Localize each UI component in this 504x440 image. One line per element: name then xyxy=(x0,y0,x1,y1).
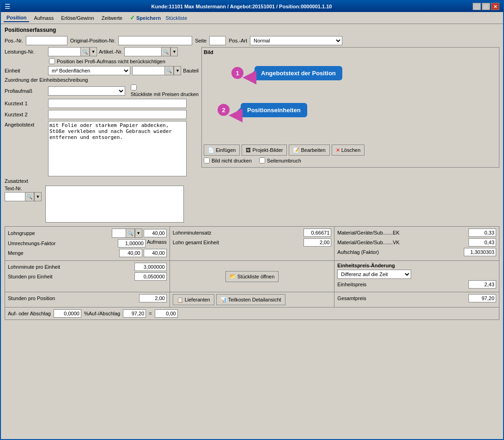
minimize-button[interactable]: _ xyxy=(473,3,481,10)
einheitspreis-label: Einheitspreis xyxy=(337,282,366,287)
stunden-einheit-label: Stunden pro Einheit xyxy=(8,274,53,279)
artikel-dropdown-button[interactable]: ▼ xyxy=(170,47,178,56)
close-button[interactable]: ✕ xyxy=(491,3,499,10)
menu-erloese[interactable]: Erlöse/Gewinn xyxy=(58,14,97,22)
artikel-search-button[interactable]: 🔍 xyxy=(161,47,170,56)
loeschen-button[interactable]: ✕ Löschen xyxy=(332,145,365,156)
pos-art-select[interactable]: Normal Alternativ Optional xyxy=(250,36,342,45)
bottom-row3-right: Gesamtpreis 97,20 xyxy=(334,292,499,307)
aufschlag-row: Aufschlag (Faktor) 1,3030303 xyxy=(337,248,496,256)
einfuegen-button[interactable]: 📄 Einfügen xyxy=(204,145,240,156)
right-panel: Bild 1 Angebotstext der Position xyxy=(201,47,499,224)
original-pos-label: Original-Position-Nr. xyxy=(70,38,115,43)
angebotstext-label: Angebotstext xyxy=(5,122,46,127)
profiaufmass-select[interactable] xyxy=(48,86,125,96)
lohngruppe-label: Lohngruppe xyxy=(8,230,35,236)
seitenumbruch-checkbox[interactable] xyxy=(259,157,265,163)
angebotstext-textarea[interactable]: mit Folie oder starkem Papier abdecken, … xyxy=(48,121,187,176)
material-vk-row: Material/Geräte/Sub.......VK 0,43 xyxy=(337,238,496,247)
artikel-nr-input[interactable] xyxy=(124,47,161,56)
title-bar: ☰ Kunde:11101 Max Mustermann / Angebot:2… xyxy=(1,1,503,12)
menge-values: 40,00 40,00 xyxy=(119,249,167,257)
stunden-position-label: Stunden pro Position xyxy=(8,295,55,301)
maximize-button[interactable]: □ xyxy=(482,3,490,10)
lohngruppe-search[interactable]: 🔍 xyxy=(126,229,135,238)
zusatztext-textarea[interactable] xyxy=(45,186,184,223)
profiaufmass-row: Profiaufmaß Stückliste mit Preisen druck… xyxy=(5,84,199,97)
profi-checkbox[interactable] xyxy=(49,58,55,64)
badge-1: 1 xyxy=(231,67,243,79)
bild-content: 1 Angebotstext der Position 2 xyxy=(204,57,497,145)
einfuegen-icon: 📄 xyxy=(208,147,214,153)
bottom-right: Material/Geräte/Sub.......EK 0,33 Materi… xyxy=(334,227,499,260)
kurztext1-input[interactable]: mit Folie abdecken und wieder entfernen xyxy=(48,99,187,108)
leistungs-dropdown-button[interactable]: ▼ xyxy=(90,47,97,56)
einheit-label: Einheit xyxy=(5,68,46,73)
einheitspreis-row: Einheitspreis 2,43 xyxy=(337,280,496,289)
bottom-row3-middle: 📋 Lieferanten 📊 Teilkosten Detailansicht xyxy=(170,292,335,307)
lohngruppe-input[interactable]: 1 xyxy=(112,229,126,238)
bild-buttons-row: 📄 Einfügen 🖼 Projekt-Bilder 📝 Bearbeiten xyxy=(204,145,497,156)
menu-aufmass[interactable]: Aufmass xyxy=(31,14,56,22)
bild-options-row: Bild nicht drucken Seitenumbruch xyxy=(204,157,497,163)
seite-input[interactable] xyxy=(209,36,226,45)
window-title: Kunde:11101 Max Mustermann / Angebot:201… xyxy=(11,4,473,9)
bubble-angebotstext: Angebotstext der Position xyxy=(255,66,342,80)
umrechnungsfaktor-values: 1,00000 Aufmass xyxy=(118,239,167,247)
lohnminutensatz-label: Lohnminutensatz xyxy=(173,230,212,235)
menu-stueckliste[interactable]: Stückliste xyxy=(165,15,187,21)
lohn-gesamt-value: 2,00 xyxy=(304,238,331,247)
section-title: Positionserfassung xyxy=(5,27,499,33)
kurztext1-label: Kurztext 1 xyxy=(5,101,46,106)
lohnminutensatz-row: Lohnminutensatz 0,66671 xyxy=(173,229,332,237)
profiaufmass-label: Profiaufmaß xyxy=(5,88,46,94)
menu-position[interactable]: Position xyxy=(4,14,29,22)
bottom-left: Lohngruppe 1 🔍 ▼ 40,00 Umrechnungs-Fakto… xyxy=(5,227,170,260)
text-nr-dropdown-button[interactable]: ▼ xyxy=(34,192,42,201)
pos-nr-input[interactable]: 0000001.1.10 xyxy=(26,36,67,45)
lohnminute-row: Lohnminute pro Einheit 3,000000 xyxy=(8,263,167,271)
lohngruppe-dropdown[interactable]: ▼ xyxy=(135,229,142,238)
bottom-row2-left: Lohnminute pro Einheit 3,000000 Stunden … xyxy=(5,261,170,292)
gesamtpreis-label: Gesamtpreis xyxy=(337,295,366,301)
kurztext2-input[interactable]: verkleben und nach Gebrauch wieder entfe… xyxy=(48,110,187,119)
leistungs-nr-label: Leistungs-Nr. xyxy=(5,49,46,54)
kurztext2-row: Kurztext 2 verkleben und nach Gebrauch w… xyxy=(5,110,199,119)
bauteil-label: Bauteil xyxy=(183,68,199,73)
kurztext2-label: Kurztext 2 xyxy=(5,112,46,117)
teilkosten-button[interactable]: 📊 Teilkosten Detailansicht xyxy=(216,294,285,305)
lieferanten-button[interactable]: 📋 Lieferanten xyxy=(173,294,214,305)
prozent-value: 97,20 xyxy=(123,309,146,318)
stueckliste-oeffnen-button[interactable]: 📂 Stückliste öffnen xyxy=(225,271,279,282)
arrow-1 xyxy=(243,71,261,84)
umrechnungsfaktor-value: 1,00000 xyxy=(118,239,146,247)
text-nr-input[interactable] xyxy=(5,192,25,201)
bottom-row2: Lohnminute pro Einheit 3,000000 Stunden … xyxy=(5,261,499,292)
text-nr-field: 🔍 ▼ xyxy=(5,192,42,201)
bottom-row4: Auf- oder Abschlag 0,0000 %Auf-/Abschlag… xyxy=(5,307,499,319)
einheitspreis-aenderung-header: Einheitspreis-Änderung xyxy=(337,263,496,268)
einheit-select[interactable]: m² Bodenflächen xyxy=(48,66,130,75)
stueckliste-checkbox[interactable] xyxy=(131,84,137,90)
menge-row: Menge 40,00 40,00 xyxy=(8,249,167,257)
bearbeiten-button[interactable]: 📝 Bearbeiten xyxy=(289,145,329,156)
text-nr-search-button[interactable]: 🔍 xyxy=(25,192,34,201)
einheit-search-button[interactable]: 🔍 xyxy=(164,66,174,75)
differenz-select[interactable]: Differenz auf die Zeit xyxy=(337,270,411,279)
original-pos-input[interactable] xyxy=(118,36,192,45)
window-controls: _ □ ✕ xyxy=(473,3,499,10)
leistungs-nr-input[interactable]: 10000002 xyxy=(48,47,80,56)
einheit-code-input[interactable]: 10100010 xyxy=(132,66,164,75)
auf-abschlag-label: Auf- oder Abschlag xyxy=(8,311,51,316)
seite-label: Seite xyxy=(195,38,206,43)
bild-nicht-drucken-checkbox[interactable] xyxy=(204,157,210,163)
projekt-bilder-button[interactable]: 🖼 Projekt-Bilder xyxy=(242,145,287,156)
bottom-row2-right: Einheitspreis-Änderung Differenz auf die… xyxy=(334,261,499,292)
menu-zeitwerte[interactable]: Zeitwerte xyxy=(99,14,125,22)
einheit-code-field: 10100010 🔍 ▼ xyxy=(132,66,181,75)
bottom-middle: Lohnminutensatz 0,66671 Lohn gesamt Einh… xyxy=(170,227,335,260)
bottom-row3: Stunden pro Position 2,00 📋 Lieferanten … xyxy=(5,292,499,307)
leistungs-search-button[interactable]: 🔍 xyxy=(80,47,90,56)
einheit-dropdown-button[interactable]: ▼ xyxy=(174,66,181,75)
save-button[interactable]: ✓ Speichern xyxy=(127,13,164,22)
